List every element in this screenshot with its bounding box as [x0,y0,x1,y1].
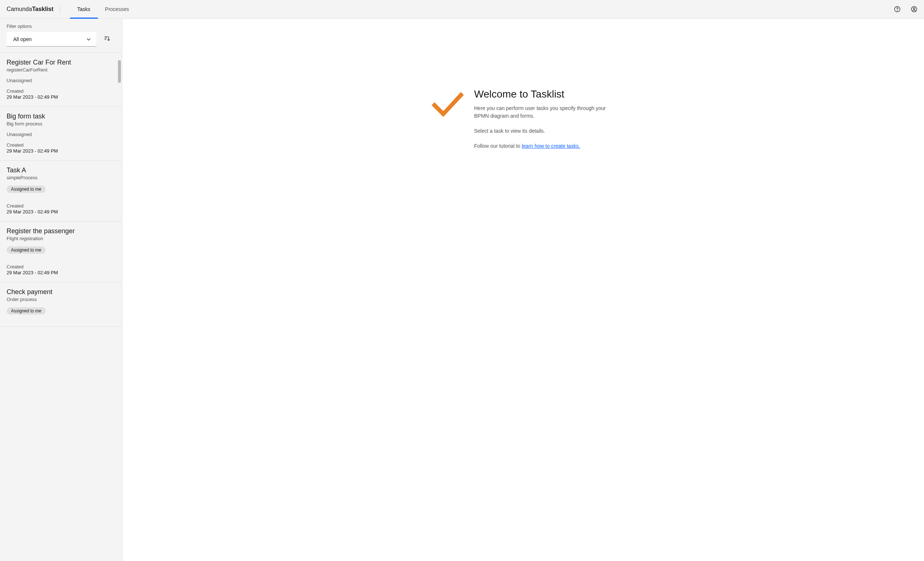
svg-point-2 [912,7,917,12]
main-content: Welcome to Tasklist Here you can perform… [122,19,924,561]
task-assignee: Unassigned [7,132,116,137]
tutorial-link[interactable]: learn how to create tasks. [522,143,580,149]
brand-logo[interactable]: Camunda Tasklist [7,5,60,13]
filter-dropdown[interactable]: All open [7,32,96,47]
task-title: Task A [7,167,116,174]
task-created-date: 29 Mar 2023 - 02:49 PM [7,94,116,100]
help-button[interactable] [893,5,901,13]
task-sidebar: Filter options All open Register Car For… [0,19,122,561]
task-item[interactable]: Check payment Order process Assigned to … [0,282,122,327]
task-title: Register the passenger [7,227,116,235]
select-task-prompt: Select a task to view its details. [474,127,615,135]
task-process: simpleProcess [7,175,116,180]
tab-label: Tasks [77,6,90,12]
checkmark-icon [432,90,464,117]
tab-label: Processes [105,6,129,12]
task-item[interactable]: Big form task Big form process Unassigne… [0,107,122,161]
filter-value: All open [13,36,32,42]
tab-processes[interactable]: Processes [98,0,136,18]
task-item[interactable]: Register Car For Rent registerCarForRent… [0,53,122,107]
brand-light: Camunda [7,6,32,12]
task-created-date: 29 Mar 2023 - 02:49 PM [7,270,116,275]
brand-bold: Tasklist [32,6,53,12]
help-icon [894,6,901,13]
task-created-label: Created [7,203,116,209]
svg-point-1 [897,11,898,11]
task-item[interactable]: Register the passenger Flight registrati… [0,221,122,282]
scrollbar-thumb[interactable] [118,60,121,83]
welcome-description: Here you can perform user tasks you spec… [474,104,615,120]
task-list[interactable]: Register Car For Rent registerCarForRent… [0,53,122,561]
task-title: Big form task [7,113,116,120]
app-header: Camunda Tasklist Tasks Processes [0,0,924,19]
chevron-down-icon [86,37,91,42]
task-assignee-pill: Assigned to me [7,247,46,254]
tutorial-prefix: Follow our tutorial to [474,143,522,149]
task-created-date: 29 Mar 2023 - 02:49 PM [7,148,116,153]
task-title: Check payment [7,288,116,296]
sort-icon [104,35,110,42]
task-process: Big form process [7,121,116,126]
task-process: Flight registration [7,236,116,241]
task-process: Order process [7,296,116,302]
nav-tabs: Tasks Processes [70,0,136,18]
task-process: registerCarForRent [7,67,116,72]
filter-section: Filter options All open [0,19,122,53]
task-item[interactable]: Task A simpleProcess Assigned to me Crea… [0,161,122,221]
tutorial-line: Follow our tutorial to learn how to crea… [474,142,615,150]
welcome-panel: Welcome to Tasklist Here you can perform… [432,88,615,561]
task-assignee-pill: Assigned to me [7,185,46,193]
task-created-label: Created [7,142,116,148]
task-assignee-pill: Assigned to me [7,307,46,314]
user-icon [910,6,918,13]
task-title: Register Car For Rent [7,59,116,66]
tab-tasks[interactable]: Tasks [70,0,98,18]
task-created-label: Created [7,88,116,94]
sort-button[interactable] [104,35,110,43]
task-created-date: 29 Mar 2023 - 02:49 PM [7,209,116,215]
filter-options-label: Filter options [7,24,116,29]
svg-point-3 [914,8,915,9]
task-created-label: Created [7,264,116,269]
user-button[interactable] [910,5,918,13]
task-assignee: Unassigned [7,78,116,83]
welcome-title: Welcome to Tasklist [474,88,615,100]
